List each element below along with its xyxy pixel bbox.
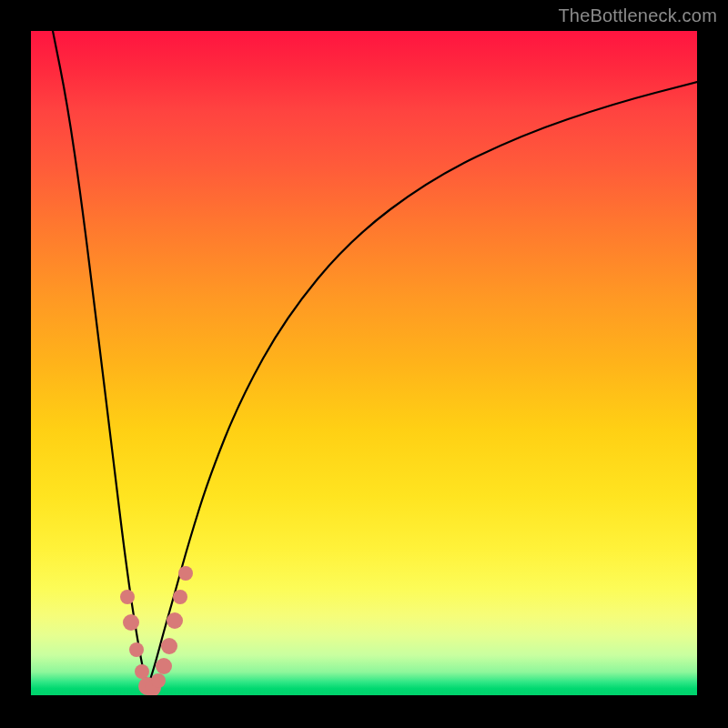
data-marker [173,590,187,604]
data-marker [161,638,177,654]
data-marker [167,612,183,629]
plot-area [31,31,697,695]
data-marker [129,642,144,657]
data-marker [123,614,139,631]
data-marker [120,590,135,604]
curve-layer [31,31,697,695]
watermark-text: TheBottleneck.com [558,5,717,26]
data-marker [178,566,193,581]
chart-frame: TheBottleneck.com [0,0,728,728]
data-marker [151,673,166,688]
data-marker [156,658,172,674]
curve-markers [120,566,193,695]
curve-left-arm [53,31,147,688]
curve-right-arm [147,82,697,688]
data-marker [135,664,149,679]
